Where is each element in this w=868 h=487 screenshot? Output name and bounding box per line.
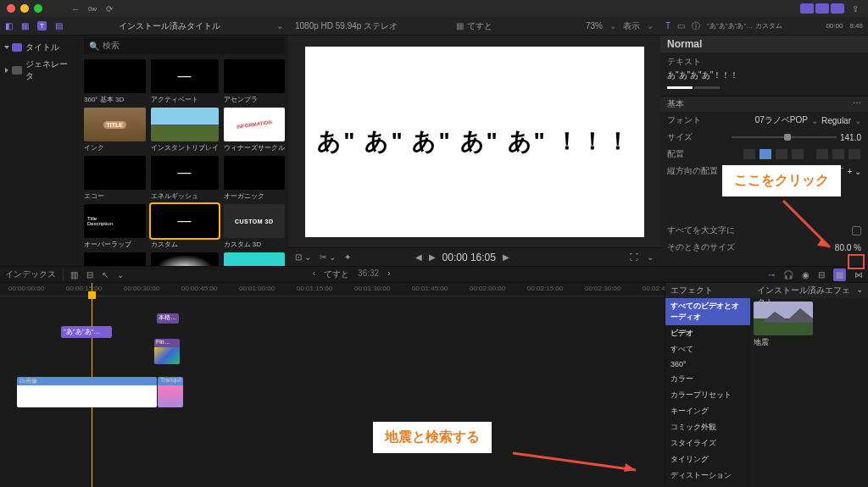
inspector-mode[interactable]: Normal <box>660 36 868 53</box>
index-button[interactable]: インデックス <box>5 268 64 280</box>
audio-skim-icon[interactable]: 🎧 <box>783 270 793 279</box>
effect-category[interactable]: タイリング <box>665 451 750 468</box>
search-icon: 🔍 <box>89 42 99 51</box>
font-select[interactable]: 07ラノベPOP <box>755 114 808 126</box>
allcaps-label: すべてを大文字に <box>667 224 760 236</box>
timeline-history-back[interactable]: ‹ <box>313 268 315 280</box>
title-preset-item[interactable]: アセンブラ <box>224 59 286 104</box>
close-window-button[interactable] <box>7 4 15 13</box>
title-clip[interactable]: "あ"あ"あ"… <box>61 326 112 338</box>
refresh-icon[interactable]: ⟳ <box>103 3 115 14</box>
title-preset-item[interactable]: エネルギッシュ <box>151 156 219 201</box>
timeline[interactable]: 00:00:00:0000:00:15:0000:00:30:0000:00:4… <box>0 283 665 487</box>
inspector-text-icon[interactable]: T <box>665 21 670 30</box>
clip-appearance-icon[interactable]: ▥ <box>70 270 78 279</box>
basic-section-header[interactable]: 基本 ⋯ <box>660 96 868 112</box>
secondary-clip[interactable]: Tranquil <box>158 377 183 407</box>
fullscreen-window-button[interactable] <box>34 4 42 13</box>
effect-category[interactable]: カラー <box>665 371 750 387</box>
photos-icon[interactable]: ▦ <box>21 21 29 30</box>
preset-thumbnail <box>151 204 219 238</box>
timeline-ruler[interactable]: 00:00:00:0000:00:15:0000:00:30:0000:00:4… <box>0 283 665 296</box>
generators-icon[interactable]: ▤ <box>55 21 63 30</box>
skimming-icon[interactable]: ⊸ <box>768 270 775 279</box>
effects-dropdown-icon[interactable]: ⌄ <box>856 285 863 296</box>
play-button[interactable]: ▶ <box>429 252 436 262</box>
sidebar-item-titles[interactable]: タイトル <box>3 39 77 56</box>
title-preset-item[interactable]: カスタム 3D <box>224 204 286 249</box>
minimize-window-button[interactable] <box>20 4 29 13</box>
snapping-icon[interactable]: ⊟ <box>818 270 825 279</box>
title-preset-item[interactable] <box>151 252 219 266</box>
title-preset-item[interactable]: 360° 基本 3D <box>84 59 146 104</box>
timecode-display[interactable]: 00:00 16:05 <box>442 252 496 263</box>
transitions-button[interactable]: ⋈ <box>854 270 863 279</box>
titles-icon[interactable]: T <box>37 21 47 30</box>
fullscreen-icon[interactable]: ⛶ <box>630 252 638 262</box>
title-preset-item[interactable]: オーバーラップ <box>84 204 146 249</box>
browser-search-input[interactable]: 🔍 検索 <box>84 37 285 54</box>
inspector-video-icon[interactable]: ▭ <box>677 21 685 30</box>
select-tool-icon[interactable]: ↖ <box>102 270 108 279</box>
effect-category[interactable]: 360° <box>665 357 750 371</box>
sidebar-item-generators[interactable]: ジェネレータ <box>3 56 77 85</box>
title-preset-item[interactable]: オーガニック <box>224 156 286 201</box>
text-value-field[interactable]: あ"あ"あ"あ"！！！ <box>667 69 861 81</box>
font-style-select[interactable]: Regular <box>821 116 851 125</box>
inspector-info-icon[interactable]: ⓘ <box>692 20 700 32</box>
effects-browser: エフェクト インストール済みエフェクト ⌄ すべてのビデオとオーディオビデオすべ… <box>665 283 868 487</box>
effect-category[interactable]: すべてのビデオとオーディオ <box>665 298 750 325</box>
timeline-history-fwd[interactable]: › <box>387 268 390 280</box>
preset-thumbnail <box>151 108 219 141</box>
import-icon[interactable]: 0w <box>86 3 98 14</box>
transform-tool-icon[interactable]: ⊡ ⌄ <box>295 252 311 262</box>
effect-category[interactable]: コミック外観 <box>665 419 750 435</box>
effect-category[interactable]: ディストーション <box>665 468 750 484</box>
allcaps-checkbox[interactable] <box>852 226 861 235</box>
browser-tab-label[interactable]: インストール済みタイトル <box>119 20 220 32</box>
effect-item[interactable]: 地震 <box>754 302 813 348</box>
next-frame-button[interactable]: ▶ <box>503 252 509 262</box>
browser-dropdown-icon[interactable]: ⌄ <box>276 21 283 30</box>
allcaps-size-value[interactable]: 80.0 % <box>835 243 861 252</box>
title-preset-item[interactable] <box>224 252 286 266</box>
share-icon[interactable]: ⇪ <box>849 3 861 14</box>
view-menu-label[interactable]: 表示 <box>623 20 640 32</box>
effect-category[interactable]: すべて <box>665 341 750 357</box>
title-preset-item[interactable]: アクティベート <box>151 59 219 104</box>
primary-clip[interactable]: 白画像 <box>17 377 157 407</box>
size-slider[interactable] <box>732 136 837 138</box>
solo-icon[interactable]: ◉ <box>802 270 810 279</box>
alignment-buttons[interactable] <box>732 149 861 159</box>
effects-browser-button[interactable]: ▦ <box>833 268 846 281</box>
title-preset-item[interactable]: インク <box>84 108 146 152</box>
section-toggle-icon[interactable]: ⋯ <box>853 98 861 110</box>
project-name: てすと <box>467 20 492 32</box>
crop-tool-icon[interactable]: ✂ ⌄ <box>320 252 336 262</box>
viewer-canvas[interactable]: あ" あ" あ" あ" あ" ！！！ <box>305 47 644 237</box>
prev-frame-button[interactable]: ◀ <box>415 252 422 262</box>
viewer-options-icon[interactable]: ⌄ <box>647 252 654 262</box>
title-preset-item[interactable]: エコー <box>84 156 146 201</box>
back-icon[interactable]: ← <box>70 3 81 14</box>
workspace-layout-buttons[interactable] <box>800 3 844 14</box>
title-preset-item[interactable] <box>84 252 146 266</box>
enhance-tool-icon[interactable]: ✦ <box>344 252 351 262</box>
tool-dropdown-icon[interactable]: ⌄ <box>117 270 124 279</box>
title-preset-item[interactable]: インスタントリプレイ <box>151 108 219 152</box>
title-preset-item[interactable]: カスタム <box>151 204 219 249</box>
effect-category[interactable]: テキストエフェクト <box>665 484 750 487</box>
effect-category[interactable]: キーイング <box>665 403 750 419</box>
library-icon[interactable]: ◧ <box>5 21 13 30</box>
zoom-slider-icon[interactable]: ⊟ <box>86 270 93 279</box>
effect-category[interactable]: カラープリセット <box>665 387 750 403</box>
title-preset-item[interactable]: ウィナーズサークル <box>224 108 286 152</box>
zoom-value[interactable]: 73% <box>586 21 603 30</box>
ruler-timestamp: 00:00:45:00 <box>181 285 217 292</box>
attached-clip-label[interactable]: 本格… <box>157 313 179 324</box>
attached-clip[interactable]: Fin… <box>154 339 180 364</box>
effect-category[interactable]: ビデオ <box>665 325 750 341</box>
effect-category[interactable]: スタイライズ <box>665 435 750 451</box>
installed-effects-label[interactable]: インストール済みエフェクト <box>757 285 856 296</box>
size-value[interactable]: 141.0 <box>840 133 861 142</box>
